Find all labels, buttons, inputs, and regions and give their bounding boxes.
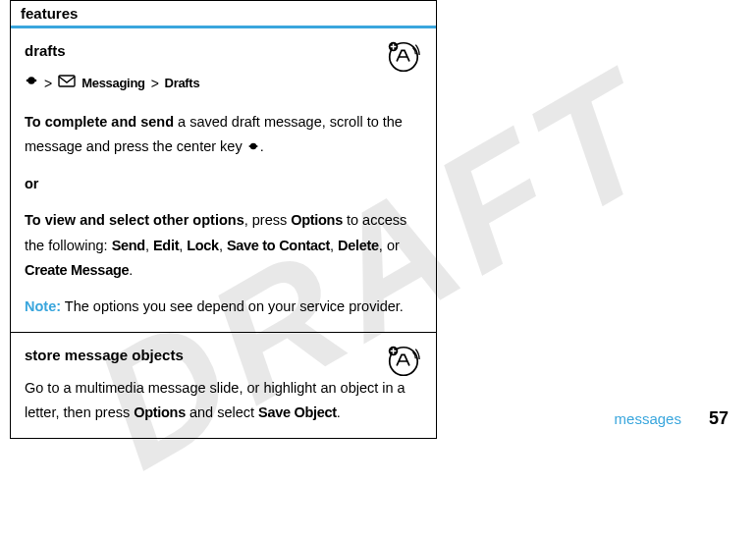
bold-lead: To view and select other options: [25, 212, 244, 228]
options-key: Options: [134, 404, 186, 420]
svg-point-3: [27, 77, 34, 83]
option-item: Delete: [338, 238, 379, 253]
features-header: features: [11, 0, 436, 28]
center-key-icon: [246, 135, 260, 160]
svg-rect-5: [59, 76, 75, 86]
body-text: , or: [379, 238, 400, 253]
drafts-options-text: To view and select other options, press …: [25, 208, 422, 283]
option-item: Lock: [187, 238, 219, 253]
option-item: Save to Contact: [227, 238, 330, 253]
page-number: 57: [709, 408, 729, 428]
body-text: .: [260, 138, 264, 154]
nav-path: > Messaging > Drafts: [25, 72, 422, 96]
chevron-right-icon: >: [151, 72, 159, 96]
section-drafts: drafts > Messaging > Drafts To complete …: [11, 28, 436, 333]
features-table: features drafts >: [10, 0, 437, 439]
option-item: Create Message: [25, 262, 129, 278]
page-footer: messages57: [615, 408, 729, 429]
bold-lead: To complete and send: [25, 114, 174, 130]
note-text: Note: The options you see depend on your…: [25, 295, 422, 319]
or-text: or: [25, 172, 422, 196]
note-label: Note:: [25, 298, 61, 314]
nav-sub-label: Drafts: [165, 73, 200, 95]
page-content: features drafts >: [0, 0, 756, 439]
chevron-right-icon: >: [44, 72, 52, 96]
feature-badge-icon: [385, 38, 422, 76]
svg-point-4: [34, 80, 37, 82]
note-body: The options you see depend on your servi…: [61, 298, 404, 314]
nav-menu-label: Messaging: [81, 73, 144, 95]
save-object-key: Save Object: [258, 404, 337, 420]
footer-category: messages: [615, 410, 681, 427]
feature-badge-icon: [385, 343, 422, 380]
svg-point-7: [250, 142, 256, 148]
body-text: and select: [186, 404, 258, 420]
body-text: , press: [244, 212, 292, 228]
section-store-objects: store message objects Go to a multimedia…: [11, 333, 436, 438]
messaging-icon: [58, 73, 76, 95]
section-title: drafts: [25, 38, 422, 64]
body-text: .: [129, 262, 133, 278]
svg-point-8: [255, 144, 257, 146]
body-text: .: [337, 404, 341, 420]
center-key-icon: [25, 73, 38, 95]
drafts-complete-text: To complete and send a saved draft messa…: [25, 110, 422, 160]
store-objects-text: Go to a multimedia message slide, or hig…: [25, 376, 422, 426]
options-key: Options: [291, 212, 343, 228]
option-item: Edit: [153, 238, 179, 253]
option-item: Send: [112, 238, 145, 253]
section-title: store message objects: [25, 343, 422, 368]
